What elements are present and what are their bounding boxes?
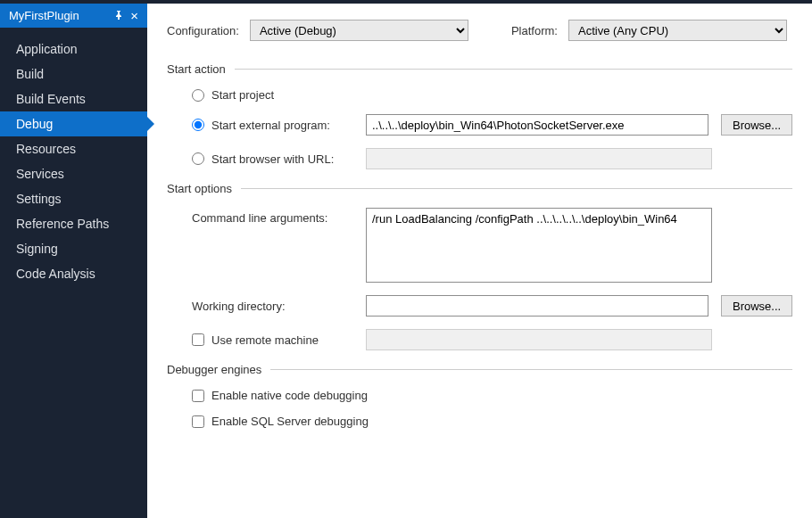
enable-native-checkbox[interactable] bbox=[192, 390, 204, 402]
browser-url-input[interactable] bbox=[366, 148, 712, 169]
divider bbox=[270, 369, 792, 370]
enable-native-check[interactable]: Enable native code debugging bbox=[192, 389, 368, 402]
radio-start-project-input[interactable] bbox=[192, 89, 204, 102]
close-icon[interactable]: × bbox=[130, 9, 138, 22]
browse-external-button[interactable]: Browse... bbox=[721, 114, 792, 136]
section-start-options: Start options bbox=[167, 182, 792, 195]
configuration-label: Configuration: bbox=[167, 24, 239, 37]
workdir-input[interactable] bbox=[366, 295, 708, 317]
nav-item-signing[interactable]: Signing bbox=[0, 236, 147, 261]
section-title: Debugger engines bbox=[167, 363, 261, 376]
radio-start-external[interactable]: Start external program: bbox=[192, 119, 330, 132]
workdir-label: Working directory: bbox=[192, 300, 286, 313]
cmdargs-input[interactable] bbox=[366, 208, 712, 283]
radio-start-project[interactable]: Start project bbox=[192, 88, 274, 102]
nav-item-resources[interactable]: Resources bbox=[0, 136, 147, 161]
enable-sql-check[interactable]: Enable SQL Server debugging bbox=[192, 415, 369, 428]
nav-item-application[interactable]: Application bbox=[0, 37, 147, 62]
section-title: Start options bbox=[167, 182, 232, 195]
content-panel: Configuration: Active (Debug) Platform: … bbox=[147, 4, 812, 518]
config-row: Configuration: Active (Debug) Platform: … bbox=[167, 20, 792, 41]
nav-list: ApplicationBuildBuild EventsDebugResourc… bbox=[0, 28, 147, 286]
radio-start-browser-input[interactable] bbox=[192, 152, 204, 165]
divider bbox=[241, 188, 792, 189]
browse-workdir-button[interactable]: Browse... bbox=[721, 295, 792, 317]
divider bbox=[235, 69, 792, 70]
external-program-input[interactable] bbox=[366, 114, 708, 136]
nav-item-settings[interactable]: Settings bbox=[0, 186, 147, 211]
section-debugger-engines: Debugger engines bbox=[167, 363, 792, 376]
nav-item-build-events[interactable]: Build Events bbox=[0, 86, 147, 111]
tab-header[interactable]: MyFirstPlugin × bbox=[0, 4, 147, 28]
enable-sql-checkbox[interactable] bbox=[192, 415, 204, 428]
section-start-action: Start action bbox=[167, 62, 792, 76]
radio-start-external-input[interactable] bbox=[192, 119, 204, 131]
pin-icon[interactable] bbox=[114, 11, 123, 21]
platform-select[interactable]: Active (Any CPU) bbox=[568, 20, 787, 41]
nav-item-debug[interactable]: Debug bbox=[0, 111, 147, 136]
nav-item-services[interactable]: Services bbox=[0, 161, 147, 186]
cmdargs-label: Command line arguments: bbox=[192, 211, 327, 225]
sidebar: MyFirstPlugin × ApplicationBuildBuild Ev… bbox=[0, 4, 147, 518]
section-title: Start action bbox=[167, 62, 226, 76]
nav-item-code-analysis[interactable]: Code Analysis bbox=[0, 261, 147, 286]
tab-title: MyFirstPlugin bbox=[9, 9, 107, 22]
platform-label: Platform: bbox=[511, 24, 558, 37]
remote-machine-input[interactable] bbox=[366, 329, 712, 350]
remote-machine-check[interactable]: Use remote machine bbox=[192, 333, 319, 347]
nav-item-build[interactable]: Build bbox=[0, 62, 147, 86]
nav-item-reference-paths[interactable]: Reference Paths bbox=[0, 211, 147, 236]
radio-start-browser[interactable]: Start browser with URL: bbox=[192, 152, 334, 166]
remote-machine-checkbox[interactable] bbox=[192, 333, 204, 346]
configuration-select[interactable]: Active (Debug) bbox=[250, 20, 468, 41]
